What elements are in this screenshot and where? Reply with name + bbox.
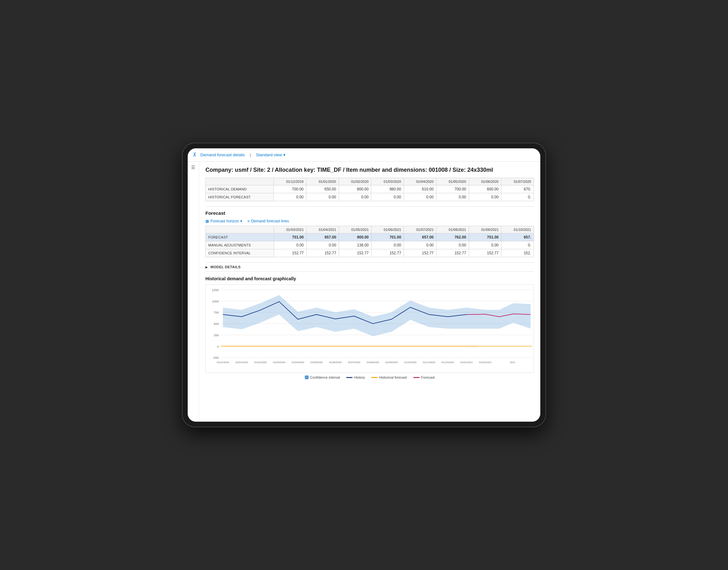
hist-cell: 0.00 [306,193,339,201]
svg-text:01/09/2020: 01/09/2020 [385,361,398,364]
legend-historical-forecast: Historical forecast [371,375,407,379]
svg-text:750: 750 [214,311,219,314]
legend-history-color [346,377,353,378]
hist-col-header-7: 01/07/2020 [501,178,534,185]
svg-text:-250: -250 [213,356,219,359]
fc-row-label-1: MANUAL ADJUSTMENTS [206,241,274,249]
svg-text:01/12/2020: 01/12/2020 [441,361,454,364]
fc-col-header-1: 01/04/2021 [306,226,339,234]
hist-cell: 670. [501,185,534,193]
fc-cell: 138.00 [339,241,372,249]
demand-forecast-lines-label: Demand forecast lines [251,219,289,223]
demand-forecast-lines-button[interactable]: ≡ Demand forecast lines [247,219,289,223]
fc-col-header-3: 01/06/2021 [371,226,404,234]
forecast-section-title: Forecast [205,210,534,216]
forecast-horizon-button[interactable]: ▦ Forecast horizon ▾ [205,219,242,223]
hist-cell: 0.00 [469,193,501,201]
hist-cell: 700.00 [436,185,469,193]
legend-forecast-label: Forecast [421,375,435,379]
divider-1 [205,206,534,207]
svg-text:01/01/2020: 01/01/2020 [235,361,248,364]
fc-cell: 0.00 [306,241,339,249]
view-selector[interactable]: Standard view ▾ [256,153,286,157]
fc-row-label-2: CONFIDENCE INTERVAL [206,249,274,257]
hist-cell: 0.00 [404,193,436,201]
legend-history: History [346,375,365,379]
hist-cell: 0.00 [436,193,469,201]
hist-col-header-0: 01/12/2019 [274,178,306,185]
svg-text:01/02/2020: 01/02/2020 [254,361,267,364]
forecast-horizon-label: Forecast horizon [210,219,239,223]
svg-text:01/05/2020: 01/05/2020 [311,361,323,364]
fc-cell: 657.00 [306,234,339,241]
table-row: FORECAST 701.00 657.00 900.00 701.00 657… [206,234,534,241]
hist-col-header-6: 01/06/2020 [469,178,501,185]
main-layout: ☰ Company: usmf / Site: 2 / Allocation k… [188,162,540,421]
historical-table: 01/12/2019 01/01/2020 01/02/2020 01/03/2… [205,178,534,201]
fc-col-header-0: 01/03/2021 [274,226,306,234]
fc-cell: 152.77 [436,249,469,257]
fc-cell: 152. [501,249,534,257]
table-row: CONFIDENCE INTERVAL 152.77 152.77 152.77… [206,249,534,257]
hist-cell: 0.00 [371,193,404,201]
legend-confidence-interval: Confidence interval [305,375,340,379]
fc-cell: 0.00 [469,241,501,249]
hist-row-label-0: HISTORICAL DEMAND [206,185,274,193]
fc-col-header-7: 01/10/2021 [501,226,534,234]
fc-cell: 701.00 [371,234,404,241]
breadcrumb-text[interactable]: Demand forecast details [200,153,245,157]
legend-hist-forecast-color [371,377,378,378]
hist-cell: 600.00 [469,185,501,193]
svg-text:1000: 1000 [212,300,219,303]
hist-col-header-empty [206,178,274,185]
svg-text:1250: 1250 [212,288,219,292]
legend-forecast: Forecast [413,375,435,379]
screen: ⊼ Demand forecast details | Standard vie… [188,149,540,421]
fc-col-header-empty [206,226,274,234]
chart-title: Historical demand and forecast graphical… [205,276,534,281]
hist-row-label-1: HISTORICAL FORECAST [206,193,274,201]
fc-cell: 152.77 [339,249,372,257]
chart-svg: 1250 1000 750 500 250 0 -250 [206,285,534,373]
model-details-label: MODEL DETAILS [210,265,240,269]
legend-history-label: History [354,375,365,379]
svg-text:01/01/2021: 01/01/2021 [460,361,473,364]
fc-cell: 152.77 [306,249,339,257]
fc-cell: 152.77 [371,249,404,257]
fc-cell: 701.00 [274,234,306,241]
breadcrumb-separator: | [250,153,251,157]
hamburger-icon[interactable]: ☰ [191,165,195,170]
svg-text:500: 500 [214,322,219,325]
filter-icon[interactable]: ⊼ [193,152,197,158]
fc-cell: 0.00 [436,241,469,249]
svg-text:250: 250 [214,333,219,337]
fc-row-label-0: FORECAST [206,234,274,241]
svg-text:01/08/2020: 01/08/2020 [367,361,379,364]
hist-cell: 0. [501,193,534,201]
legend-forecast-color [413,377,420,378]
fc-cell: 152.77 [469,249,501,257]
table-row: HISTORICAL FORECAST 0.00 0.00 0.00 0.00 … [206,193,534,201]
hist-col-header-2: 01/02/2020 [339,178,371,185]
svg-text:01/03/2020: 01/03/2020 [273,361,286,364]
svg-text:01/10/2020: 01/10/2020 [404,361,417,364]
hist-cell: 610.00 [404,185,436,193]
toolbar-row: ▦ Forecast horizon ▾ ≡ Demand forecast l… [205,219,534,223]
page-title: Company: usmf / Site: 2 / Allocation key… [205,167,534,173]
chart-legend: Confidence interval History Historical f… [205,375,534,379]
fc-cell: 0.00 [371,241,404,249]
model-details-chevron: ▶ [205,265,208,269]
hist-col-header-1: 01/01/2020 [306,178,339,185]
hist-cell: 0.00 [339,193,371,201]
svg-text:01/07/2020: 01/07/2020 [348,361,361,364]
fc-cell: 0.00 [404,241,436,249]
svg-text:01/11/2020: 01/11/2020 [423,361,435,364]
side-nav: ☰ [188,162,199,421]
device-frame: ⊼ Demand forecast details | Standard vie… [182,142,546,428]
table-row: HISTORICAL DEMAND 700.00 650.00 800.00 9… [206,185,534,193]
svg-text:01/0...: 01/0... [510,361,517,364]
hist-cell: 980.00 [371,185,404,193]
table-row: MANUAL ADJUSTMENTS 0.00 0.00 138.00 0.00… [206,241,534,249]
top-bar: ⊼ Demand forecast details | Standard vie… [188,149,540,162]
model-details-row[interactable]: ▶ MODEL DETAILS [205,262,534,272]
